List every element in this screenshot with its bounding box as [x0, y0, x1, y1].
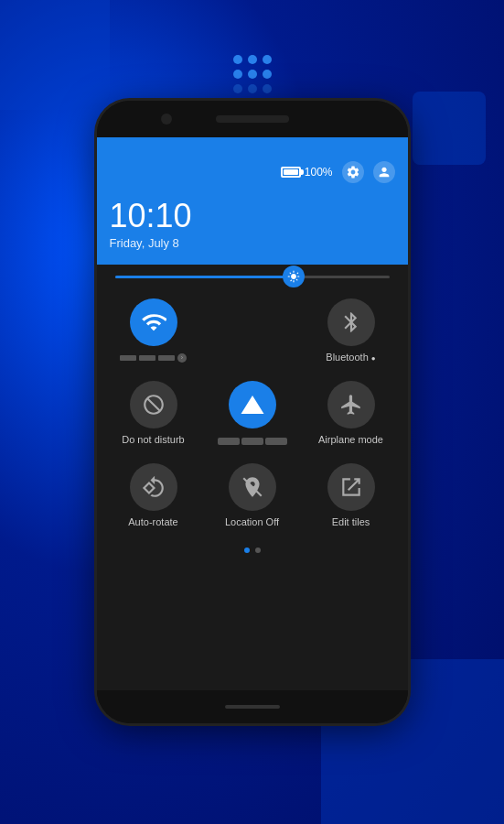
- airplane-icon: [339, 393, 363, 417]
- tile-data[interactable]: [205, 372, 300, 454]
- tile-bluetooth[interactable]: Bluetooth ●: [304, 289, 399, 372]
- brightness-icon: [287, 270, 300, 283]
- page-indicator: [97, 537, 408, 564]
- bluetooth-label: Bluetooth ●: [326, 352, 375, 363]
- dnd-tile-icon: [130, 381, 177, 428]
- status-bar: 100%: [97, 137, 408, 190]
- wifi-sub: ›: [120, 353, 187, 363]
- clock-area: 10:10 Friday, July 8: [97, 190, 408, 265]
- phone-speaker: [216, 115, 289, 123]
- brightness-slider[interactable]: [115, 276, 390, 278]
- tiles-grid-row3: Auto-rotate Location Off: [97, 454, 408, 537]
- phone-frame: 100% 10:10 Friday, July 8: [97, 101, 408, 723]
- tiles-grid-row2: Do not disturb: [97, 372, 408, 454]
- dnd-label: Do not disturb: [122, 434, 184, 445]
- gear-icon: [346, 165, 360, 179]
- location-tile-icon: [229, 463, 276, 511]
- rotate-icon: [142, 475, 166, 499]
- status-bar-right: 100%: [281, 161, 395, 183]
- brightness-thumb[interactable]: [283, 266, 305, 287]
- tiles-grid-row1: › Bluetooth ●: [97, 289, 408, 372]
- tile-auto-rotate[interactable]: Auto-rotate: [106, 454, 201, 537]
- wifi-tile-icon: [130, 298, 177, 346]
- battery-percent: 100%: [305, 166, 333, 179]
- battery-indicator: 100%: [281, 166, 333, 179]
- signal-icon: [239, 391, 266, 418]
- edit-label: Edit tiles: [332, 516, 370, 527]
- user-icon-button[interactable]: [373, 161, 395, 183]
- tile-location[interactable]: Location Off: [205, 454, 300, 537]
- airplane-tile-icon: [327, 381, 375, 428]
- location-label: Location Off: [225, 516, 279, 527]
- edit-tile-icon: [327, 463, 375, 511]
- dnd-icon: [142, 393, 166, 417]
- phone-camera: [161, 114, 172, 125]
- bluetooth-tile-icon: [327, 298, 375, 346]
- person-icon: [377, 165, 391, 179]
- wifi-icon: [141, 309, 166, 335]
- brightness-row: [97, 265, 408, 289]
- settings-icon-button[interactable]: [342, 161, 364, 183]
- data-tile-icon: [229, 381, 276, 428]
- dots-grid: [233, 55, 272, 93]
- location-icon: [241, 475, 264, 499]
- rotate-tile-icon: [130, 463, 177, 511]
- tile-edit[interactable]: Edit tiles: [304, 454, 399, 537]
- clock-date: Friday, July 8: [110, 236, 395, 250]
- data-sub: [218, 438, 287, 445]
- battery-icon: [281, 167, 301, 178]
- battery-fill: [284, 169, 298, 175]
- page-dot-2: [255, 548, 261, 553]
- airplane-label: Airplane mode: [318, 434, 383, 445]
- tile-airplane[interactable]: Airplane mode: [304, 372, 399, 454]
- phone-top-bezel: [97, 101, 408, 137]
- page-dot-1: [244, 548, 250, 553]
- notification-panel: › Bluetooth ●: [97, 265, 408, 690]
- tile-dnd[interactable]: Do not disturb: [106, 372, 201, 454]
- brightness-fill: [115, 276, 294, 278]
- rotate-label: Auto-rotate: [128, 516, 177, 527]
- bg-decoration-1: [0, 0, 110, 110]
- bg-decoration-3: [413, 92, 486, 165]
- clock-time: 10:10: [110, 198, 395, 234]
- tile-wifi[interactable]: ›: [106, 289, 201, 372]
- home-indicator: [225, 705, 280, 709]
- phone-bottom-bezel: [97, 690, 408, 723]
- bluetooth-icon: [339, 310, 363, 334]
- edit-icon: [339, 475, 363, 499]
